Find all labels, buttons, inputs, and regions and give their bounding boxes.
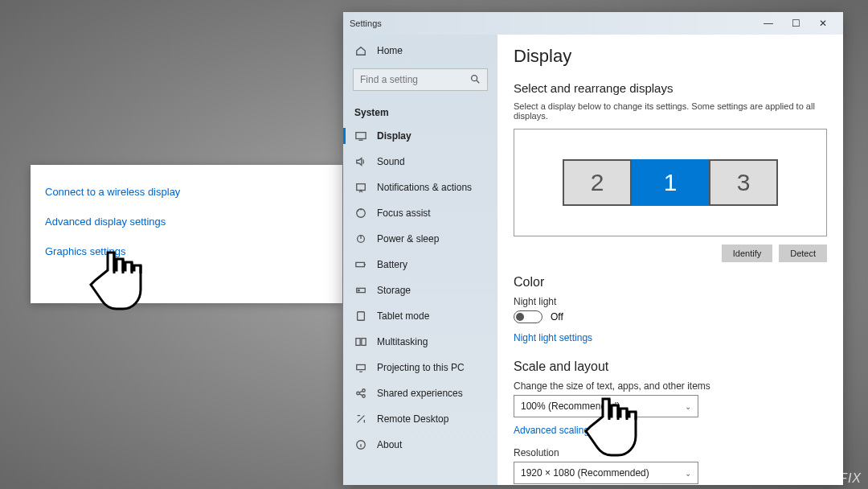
sound-icon — [354, 155, 367, 168]
scale-heading: Scale and layout — [514, 360, 827, 374]
sidebar-item-display[interactable]: Display — [343, 123, 497, 149]
night-light-label: Night light — [514, 296, 827, 307]
search-input[interactable]: Find a setting — [353, 68, 488, 91]
sidebar-item-label: Projecting to this PC — [377, 362, 465, 373]
sidebar-section-label: System — [343, 99, 497, 123]
sidebar-item-label: Focus assist — [377, 208, 431, 219]
storage-icon — [354, 284, 367, 297]
svg-point-6 — [358, 290, 360, 291]
home-icon — [354, 44, 367, 57]
sidebar-item-remote-desktop[interactable]: Remote Desktop — [343, 406, 497, 432]
sidebar-item-label: Storage — [377, 285, 411, 296]
sidebar-item-tablet-mode[interactable]: Tablet mode — [343, 303, 497, 329]
sidebar-item-projecting[interactable]: Projecting to this PC — [343, 355, 497, 380]
power-icon — [354, 232, 367, 245]
sidebar-item-label: Shared experiences — [377, 388, 463, 399]
sidebar-item-label: Notifications & actions — [377, 182, 472, 193]
resolution-value: 1920 × 1080 (Recommended) — [521, 467, 649, 479]
page-title: Display — [514, 46, 827, 67]
maximize-button[interactable]: ☐ — [782, 15, 809, 31]
multitasking-icon — [354, 335, 367, 348]
sidebar-home[interactable]: Home — [343, 38, 497, 64]
chevron-down-icon: ⌄ — [685, 469, 691, 478]
focus-assist-icon — [354, 207, 367, 220]
notifications-icon — [354, 181, 367, 194]
svg-rect-1 — [356, 133, 366, 139]
link-connect-wireless-display[interactable]: Connect to a wireless display — [45, 186, 328, 198]
monitor-1[interactable]: 1 — [632, 159, 709, 206]
watermark: UGETFIX — [800, 471, 862, 486]
battery-icon — [354, 258, 367, 271]
night-light-settings-link[interactable]: Night light settings — [514, 332, 592, 343]
scale-label: Change the size of text, apps, and other… — [514, 380, 827, 392]
sidebar-item-focus-assist[interactable]: Focus assist — [343, 200, 497, 226]
sidebar-item-multitasking[interactable]: Multitasking — [343, 329, 497, 355]
detect-button[interactable]: Detect — [779, 244, 827, 262]
link-graphics-settings[interactable]: Graphics settings — [45, 245, 328, 257]
svg-point-13 — [362, 395, 366, 398]
display-arrangement-box[interactable]: 2 1 3 — [514, 129, 827, 236]
display-icon — [354, 129, 367, 142]
svg-point-0 — [472, 75, 477, 80]
sidebar-home-label: Home — [377, 45, 403, 56]
svg-rect-9 — [362, 339, 366, 346]
sidebar-item-power-sleep[interactable]: Power & sleep — [343, 226, 497, 252]
sidebar-item-about[interactable]: About — [343, 432, 497, 458]
color-heading: Color — [514, 275, 827, 290]
sidebar-item-label: Battery — [377, 259, 407, 270]
svg-rect-7 — [358, 312, 365, 321]
search-placeholder: Find a setting — [360, 74, 469, 85]
sidebar-item-label: Tablet mode — [377, 310, 429, 322]
related-settings-card: Connect to a wireless display Advanced d… — [31, 165, 342, 303]
shared-icon — [354, 387, 367, 400]
monitor-2[interactable]: 2 — [563, 159, 632, 206]
projecting-icon — [354, 361, 367, 374]
sidebar-item-shared-experiences[interactable]: Shared experiences — [343, 380, 497, 406]
minimize-button[interactable]: — — [755, 15, 782, 31]
settings-window: Settings — ☐ ✕ Home Find a setting Syste… — [343, 12, 843, 485]
resolution-label: Resolution — [514, 447, 827, 458]
about-icon — [354, 438, 367, 451]
window-title: Settings — [350, 18, 382, 28]
sidebar-item-label: Remote Desktop — [377, 413, 448, 425]
svg-rect-8 — [356, 339, 360, 346]
resolution-dropdown[interactable]: 1920 × 1080 (Recommended) ⌄ — [514, 462, 698, 484]
sidebar-item-notifications[interactable]: Notifications & actions — [343, 175, 497, 200]
monitor-3[interactable]: 3 — [709, 159, 778, 206]
identify-button[interactable]: Identify — [722, 244, 772, 262]
night-light-state: Off — [551, 311, 563, 323]
svg-point-11 — [357, 392, 360, 395]
tablet-icon — [354, 310, 367, 323]
sidebar: Home Find a setting System Display Sound… — [343, 35, 497, 485]
sidebar-item-label: Display — [377, 130, 411, 142]
sidebar-item-sound[interactable]: Sound — [343, 149, 497, 175]
sidebar-item-label: About — [377, 439, 402, 450]
scale-value: 100% (Recommended) — [521, 401, 620, 412]
main-content: Display Select and rearrange displays Se… — [497, 35, 843, 485]
svg-rect-4 — [356, 262, 365, 266]
link-advanced-display-settings[interactable]: Advanced display settings — [45, 216, 328, 228]
night-light-toggle[interactable] — [514, 310, 542, 323]
sidebar-item-label: Sound — [377, 156, 405, 167]
search-icon — [469, 73, 481, 87]
sidebar-item-label: Power & sleep — [377, 233, 439, 244]
sidebar-item-storage[interactable]: Storage — [343, 277, 497, 303]
advanced-scaling-link[interactable]: Advanced scaling settings — [514, 425, 625, 436]
svg-point-12 — [362, 389, 366, 392]
sidebar-item-battery[interactable]: Battery — [343, 252, 497, 277]
scale-dropdown[interactable]: 100% (Recommended) ⌄ — [514, 395, 698, 417]
arrange-hint: Select a display below to change its set… — [514, 101, 827, 121]
chevron-down-icon: ⌄ — [685, 402, 691, 411]
remote-icon — [354, 413, 367, 425]
close-button[interactable]: ✕ — [809, 15, 837, 31]
svg-rect-10 — [357, 365, 366, 370]
arrange-heading: Select and rearrange displays — [514, 81, 827, 95]
titlebar[interactable]: Settings — ☐ ✕ — [343, 12, 843, 35]
sidebar-item-label: Multitasking — [377, 336, 428, 347]
